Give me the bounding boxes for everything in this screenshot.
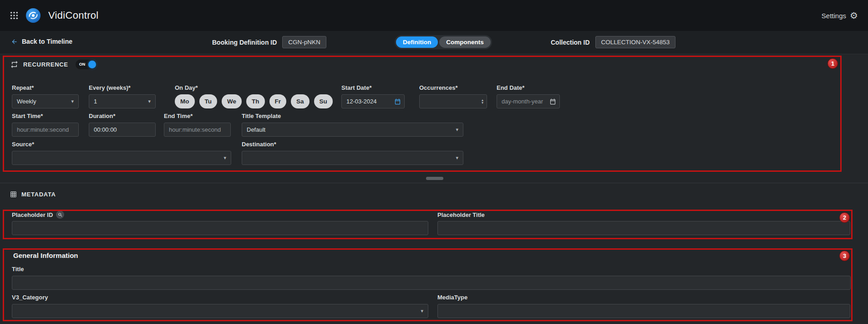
day-pill-we[interactable]: We [222, 94, 242, 108]
source-label: Source* [12, 141, 231, 148]
repeat-field: Repeat* Weekly ▾ [12, 84, 79, 108]
placeholder-id-label: Placeholder ID [12, 211, 53, 218]
annotation-badge-1: 1 [827, 58, 838, 69]
view-toggle: Definition Components [395, 35, 492, 49]
placeholder-id-field: Placeholder ID [12, 211, 428, 235]
title-template-label: Title Template [242, 113, 463, 119]
every-weeks-label: Every (weeks)* [89, 84, 156, 91]
section-divider [0, 183, 868, 183]
repeat-icon [10, 60, 19, 69]
title-template-select[interactable]: Default ▾ [242, 123, 463, 137]
end-date-label: End Date* [497, 84, 560, 91]
repeat-value: Weekly [17, 98, 36, 105]
day-picker: Mo Tu We Th Fr Sa Su [175, 94, 333, 108]
day-pill-fr[interactable]: Fr [269, 94, 287, 108]
chevron-down-icon: ▾ [223, 155, 226, 161]
placeholder-title-input[interactable] [437, 221, 850, 235]
annotation-badge-3: 3 [839, 251, 850, 261]
arrow-left-icon [11, 38, 18, 45]
vidicontrol-logo-icon [25, 8, 41, 23]
back-to-timeline-link[interactable]: Back to Timeline [11, 38, 72, 45]
title-template-value: Default [247, 126, 265, 133]
end-time-field: End Time* [164, 113, 231, 137]
gear-icon: ⚙ [850, 11, 858, 20]
end-time-label: End Time* [164, 113, 231, 119]
general-information-heading: General Information [13, 252, 78, 259]
occurrences-label: Occurrences* [419, 84, 487, 91]
calendar-icon[interactable] [549, 98, 556, 105]
duration-input[interactable] [89, 123, 156, 137]
occurrences-input[interactable] [419, 94, 487, 108]
toggle-knob [88, 61, 96, 68]
grid-icon [10, 191, 17, 198]
metadata-header: METADATA [10, 191, 56, 198]
every-weeks-field: Every (weeks)* 1 ▾ [89, 84, 156, 108]
destination-select[interactable]: ▾ [242, 151, 463, 165]
repeat-select[interactable]: Weekly ▾ [12, 94, 79, 108]
on-day-label: On Day* [175, 84, 333, 91]
booking-definition-label: Booking Definition ID [212, 39, 277, 46]
tab-definition[interactable]: Definition [396, 36, 438, 48]
title-template-field: Title Template Default ▾ [242, 113, 463, 137]
day-pill-tu[interactable]: Tu [199, 94, 218, 108]
v3-category-label: V3_Category [12, 294, 428, 301]
vidicontrol-app: VidiControl Settings ⚙ Back to Timeline … [0, 0, 868, 324]
chevron-down-icon: ▾ [482, 102, 483, 104]
app-title: VidiControl [48, 10, 99, 21]
booking-definition-group: Booking Definition ID CGN-pNKN [212, 36, 326, 48]
v3-category-field: V3_Category ▾ [12, 294, 428, 318]
media-type-label: MediaType [437, 294, 850, 301]
tab-components[interactable]: Components [439, 36, 491, 48]
chevron-down-icon: ▾ [421, 308, 423, 314]
source-select[interactable]: ▾ [12, 151, 231, 165]
back-to-timeline-label: Back to Timeline [22, 38, 72, 45]
annotation-badge-2: 2 [839, 212, 850, 223]
placeholder-title-label: Placeholder Title [437, 211, 485, 218]
repeat-label: Repeat* [12, 84, 79, 91]
start-time-label: Start Time* [12, 113, 79, 119]
chevron-down-icon: ▾ [71, 98, 74, 104]
end-date-field: End Date* [497, 84, 560, 108]
recurrence-title: RECURRENCE [23, 61, 68, 68]
duration-field: Duration* [89, 113, 156, 137]
occurrences-stepper[interactable]: ▴ ▾ [482, 99, 483, 104]
recurrence-toggle[interactable]: ON [76, 60, 97, 69]
end-time-input[interactable] [164, 123, 231, 137]
title-input[interactable] [12, 276, 851, 290]
title-label: Title [12, 266, 851, 273]
collection-id-value: COLLECTION-VX-54853 [595, 36, 676, 48]
start-date-label: Start Date* [341, 84, 405, 91]
placeholder-id-input[interactable] [12, 221, 428, 235]
placeholder-title-field: Placeholder Title [437, 211, 850, 235]
booking-definition-value: CGN-pNKN [282, 36, 326, 48]
collection-id-group: Collection ID COLLECTION-VX-54853 [551, 36, 675, 48]
media-type-field: MediaType [437, 294, 850, 318]
app-launcher-icon[interactable] [10, 11, 18, 20]
day-pill-th[interactable]: Th [246, 94, 265, 108]
v3-category-select[interactable]: ▾ [12, 304, 428, 318]
search-icon[interactable] [56, 211, 64, 219]
metadata-title: METADATA [21, 191, 56, 198]
media-type-input[interactable] [437, 304, 850, 318]
settings-button[interactable]: Settings ⚙ [822, 11, 858, 20]
calendar-icon[interactable] [394, 98, 401, 105]
every-weeks-select[interactable]: 1 ▾ [89, 94, 156, 108]
on-day-field: On Day* Mo Tu We Th Fr Sa Su [175, 84, 333, 108]
day-pill-mo[interactable]: Mo [175, 94, 195, 108]
start-date-field: Start Date* [341, 84, 405, 108]
recurrence-header: RECURRENCE ON [10, 60, 97, 69]
start-time-field: Start Time* [12, 113, 79, 137]
chevron-down-icon: ▾ [456, 127, 458, 133]
top-bar: VidiControl Settings ⚙ [0, 0, 868, 31]
day-pill-sa[interactable]: Sa [291, 94, 310, 108]
toolbar: Back to Timeline Booking Definition ID C… [0, 31, 868, 54]
start-time-input[interactable] [12, 123, 79, 137]
settings-label: Settings [822, 12, 846, 20]
duration-label: Duration* [89, 113, 156, 119]
brand-area: VidiControl [10, 8, 99, 23]
every-weeks-value: 1 [94, 98, 97, 105]
collection-id-label: Collection ID [551, 39, 590, 46]
chevron-down-icon: ▾ [148, 98, 151, 104]
splitter-handle[interactable] [426, 177, 443, 180]
day-pill-su[interactable]: Su [314, 94, 333, 108]
